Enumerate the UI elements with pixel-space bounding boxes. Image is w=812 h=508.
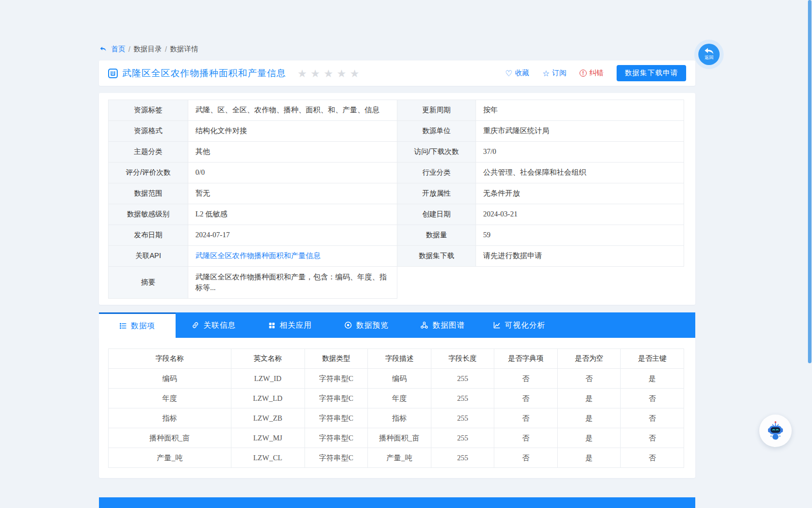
detail-label: 数据敏感级别 — [109, 204, 188, 225]
favorite-button[interactable]: ♡ 收藏 — [505, 69, 529, 78]
cell: 否 — [621, 389, 684, 408]
tab-data-fields[interactable]: 数据项 — [99, 312, 176, 338]
cell: 是 — [557, 389, 621, 408]
cell: 播种面积_亩 — [109, 428, 231, 448]
cell: 255 — [431, 389, 494, 408]
network-nodes-icon — [420, 321, 428, 329]
table-row: 编码LZW_ID字符串型C编码255否否是 — [109, 369, 684, 389]
tab-visual-analysis[interactable]: 可视化分析 — [481, 312, 558, 338]
cell: 否 — [494, 448, 558, 468]
detail-row: 更新周期按年 — [397, 100, 684, 121]
tab-related-apps[interactable]: 相关应用 — [252, 312, 328, 338]
cell: LZW_LD — [231, 389, 304, 408]
dataset-icon — [108, 69, 118, 78]
detail-row: 发布日期2024-07-17 — [109, 225, 397, 246]
fields-table-card: 字段名称 英文名称 数据类型 字段描述 字段长度 是否字典项 是否为空 是否主键… — [99, 338, 695, 478]
dataset-title-card: 武隆区全区农作物播种面积和产量信息 ★★★★★ ♡ 收藏 ☆ 订阅 ! 纠错 数… — [99, 60, 695, 86]
col-primary-key: 是否主键 — [621, 349, 684, 369]
col-nullable: 是否为空 — [557, 349, 621, 369]
detail-label: 访问/下载次数 — [397, 142, 476, 162]
fields-table-header-row: 字段名称 英文名称 数据类型 字段描述 字段长度 是否字典项 是否为空 是否主键 — [109, 349, 684, 369]
section-tabbar: 数据项 关联信息 相关应用 数据预览 数据图谱 可视化分析 — [99, 312, 695, 338]
cell: 产量_吨 — [109, 448, 231, 468]
tab-related-info[interactable]: 关联信息 — [176, 312, 252, 338]
detail-label: 数据量 — [397, 225, 476, 245]
dataset-details-card: 资源标签武隆、区、全区、农作物、播种、面积、和、产量、信息 资源格式结构化文件对… — [99, 93, 695, 305]
col-is-dict: 是否字典项 — [494, 349, 558, 369]
detail-label: 主题分类 — [109, 142, 188, 162]
related-api-link[interactable]: 武隆区全区农作物播种面积和产量信息 — [188, 246, 397, 266]
cell: 年度 — [368, 389, 431, 408]
cell: 编码 — [368, 369, 431, 389]
cell: 字符串型C — [304, 369, 368, 389]
detail-value: 请先进行数据申请 — [476, 246, 684, 266]
detail-value: 按年 — [476, 100, 684, 120]
tab-data-graph[interactable]: 数据图谱 — [404, 312, 481, 338]
detail-value: 无条件开放 — [476, 183, 684, 204]
cell: LZW_CL — [231, 448, 304, 468]
details-right-table: 更新周期按年 数源单位重庆市武隆区统计局 访问/下载次数37/0 行业分类公共管… — [397, 100, 684, 267]
breadcrumb-back-icon[interactable] — [99, 45, 107, 53]
cell: 否 — [494, 428, 558, 448]
detail-row: 数据敏感级别L2 低敏感 — [109, 204, 397, 225]
detail-label: 行业分类 — [397, 163, 476, 183]
detail-row: 数源单位重庆市武隆区统计局 — [397, 121, 684, 142]
assistant-robot-button[interactable] — [759, 415, 792, 447]
detail-value: 公共管理、社会保障和社会组织 — [476, 163, 684, 183]
detail-value: 武隆区全区农作物播种面积和产量，包含：编码、年度、指标等... — [188, 267, 397, 298]
detail-label: 关联API — [109, 246, 188, 266]
bottom-section-bar: 数据统计 — [99, 497, 695, 508]
breadcrumb: 首页 / 数据目录 / 数据详情 — [99, 45, 695, 54]
dataset-download-request-button[interactable]: 数据集下载申请 — [617, 65, 686, 81]
cell: 255 — [431, 448, 494, 468]
breadcrumb-home[interactable]: 首页 — [111, 45, 125, 54]
error-report-button[interactable]: ! 纠错 — [580, 69, 603, 78]
detail-label: 数据范围 — [109, 183, 188, 204]
breadcrumb-catalog[interactable]: 数据目录 — [133, 45, 162, 54]
cell: 否 — [621, 428, 684, 448]
detail-row: 资源标签武隆、区、全区、农作物、播种、面积、和、产量、信息 — [109, 100, 397, 121]
rating-stars[interactable]: ★★★★★ — [297, 68, 363, 79]
cell: 是 — [557, 428, 621, 448]
tab-data-preview[interactable]: 数据预览 — [328, 312, 405, 338]
subscribe-button[interactable]: ☆ 订阅 — [543, 69, 566, 78]
col-field-desc: 字段描述 — [368, 349, 431, 369]
detail-label: 开放属性 — [397, 183, 476, 204]
detail-label: 数源单位 — [397, 121, 476, 141]
cell: 字符串型C — [304, 428, 368, 448]
detail-label: 创建日期 — [397, 204, 476, 225]
breadcrumb-separator: / — [165, 45, 167, 53]
cell: 否 — [494, 369, 558, 389]
breadcrumb-separator: / — [128, 45, 130, 53]
cell: 否 — [494, 408, 558, 428]
table-row: 产量_吨LZW_CL字符串型C产量_吨255否是否 — [109, 448, 684, 468]
detail-row: 数据集下载请先进行数据申请 — [397, 246, 684, 267]
cell: 年度 — [109, 389, 231, 408]
detail-value: 结构化文件对接 — [188, 121, 397, 141]
cell: 是 — [557, 448, 621, 468]
table-row: 年度LZW_LD字符串型C年度255否是否 — [109, 389, 684, 408]
scrollbar-track[interactable] — [807, 0, 812, 508]
cell: LZW_ZB — [231, 408, 304, 428]
cell: 否 — [494, 389, 558, 408]
detail-row: 行业分类公共管理、社会保障和社会组织 — [397, 163, 684, 183]
cell: 字符串型C — [304, 448, 368, 468]
cell: 否 — [621, 448, 684, 468]
detail-value: 37/0 — [476, 142, 684, 162]
detail-row: 评分/评价次数0/0 — [109, 163, 397, 183]
breadcrumb-current: 数据详情 — [170, 45, 198, 54]
fields-table: 字段名称 英文名称 数据类型 字段描述 字段长度 是否字典项 是否为空 是否主键… — [108, 348, 684, 468]
detail-row: 数据范围暂无 — [109, 183, 397, 204]
scrollbar-thumb[interactable] — [808, 0, 811, 363]
cell: 编码 — [109, 369, 231, 389]
detail-row: 摘要武隆区全区农作物播种面积和产量，包含：编码、年度、指标等... — [109, 267, 397, 299]
dataset-title[interactable]: 武隆区全区农作物播种面积和产量信息 — [122, 67, 286, 79]
detail-row: 主题分类其他 — [109, 142, 397, 163]
back-to-top-button[interactable]: 返回 — [694, 40, 724, 69]
cell: 是 — [557, 408, 621, 428]
detail-label: 评分/评价次数 — [109, 163, 188, 183]
grid-icon — [268, 322, 276, 329]
detail-row: 资源格式结构化文件对接 — [109, 121, 397, 142]
detail-row: 数据量59 — [397, 225, 684, 246]
title-actions: ♡ 收藏 ☆ 订阅 ! 纠错 数据集下载申请 — [505, 65, 686, 81]
